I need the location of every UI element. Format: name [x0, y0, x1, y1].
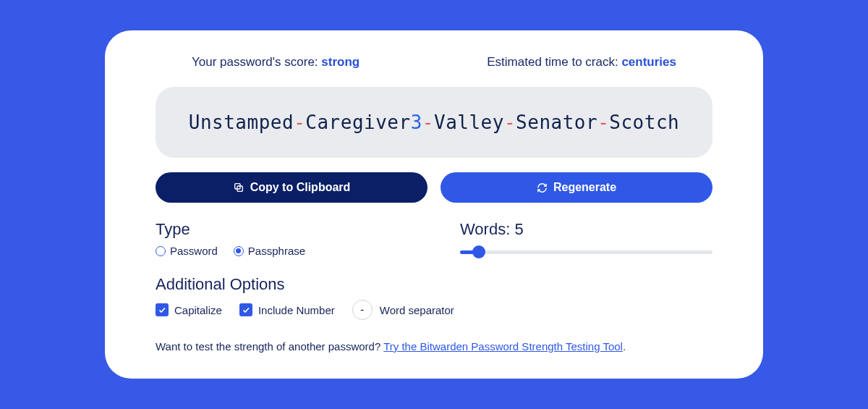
- score-row: Your password's score: strong Estimated …: [156, 55, 712, 87]
- words-section: Words: 5: [460, 220, 712, 259]
- additional-options: Additional Options Capitalize Include Nu…: [156, 275, 712, 320]
- regenerate-label: Regenerate: [553, 181, 616, 194]
- score-label: Your password's score:: [192, 55, 321, 69]
- crack-label: Estimated time to crack:: [487, 55, 621, 69]
- checkbox-checked-icon: [156, 303, 169, 316]
- additional-options-row: Capitalize Include Number Word separator: [156, 300, 712, 320]
- include-number-checkbox[interactable]: Include Number: [239, 303, 335, 316]
- crack-time: Estimated time to crack: centuries: [487, 55, 676, 69]
- passphrase-word: Caregiver: [305, 111, 410, 133]
- crack-value: centuries: [621, 55, 676, 69]
- radio-circle-checked-icon: [234, 246, 244, 256]
- words-value: 5: [514, 220, 523, 238]
- radio-passphrase[interactable]: Passphrase: [234, 245, 305, 257]
- action-buttons: Copy to Clipboard Regenerate: [156, 172, 712, 203]
- password-display: Unstamped-Caregiver3-Valley-Senator-Scot…: [156, 87, 712, 158]
- copy-icon: [233, 182, 244, 193]
- separator-input[interactable]: [352, 300, 373, 320]
- slider-track: [460, 250, 712, 254]
- separator-label: Word separator: [380, 304, 454, 316]
- password-score: Your password's score: strong: [192, 55, 359, 69]
- options-row: Type Password Passphrase Words: 5: [156, 220, 712, 259]
- radio-circle-icon: [156, 246, 166, 256]
- type-radio-group: Password Passphrase: [156, 245, 434, 257]
- passphrase-word: Scotch: [609, 111, 679, 133]
- passphrase-separator: -: [504, 111, 516, 133]
- type-section: Type Password Passphrase: [156, 220, 434, 259]
- copy-label: Copy to Clipboard: [250, 181, 351, 194]
- words-label: Words: 5: [460, 220, 712, 239]
- passphrase-separator: -: [597, 111, 609, 133]
- additional-title: Additional Options: [156, 275, 712, 294]
- type-title: Type: [156, 220, 434, 239]
- capitalize-label: Capitalize: [174, 304, 222, 316]
- separator-field: Word separator: [352, 300, 454, 320]
- radio-password-label: Password: [170, 245, 218, 257]
- passphrase-word: Unstamped: [189, 111, 294, 133]
- refresh-icon: [537, 182, 548, 193]
- capitalize-checkbox[interactable]: Capitalize: [156, 303, 222, 316]
- words-slider[interactable]: [460, 245, 712, 259]
- regenerate-button[interactable]: Regenerate: [441, 172, 712, 203]
- checkbox-checked-icon: [239, 303, 252, 316]
- slider-thumb-icon[interactable]: [472, 245, 485, 258]
- passphrase-number: 3: [411, 111, 422, 133]
- score-value: strong: [321, 55, 359, 69]
- include-number-label: Include Number: [258, 304, 335, 316]
- copy-button[interactable]: Copy to Clipboard: [156, 172, 427, 203]
- radio-passphrase-label: Passphrase: [248, 245, 305, 257]
- passphrase-word: Senator: [516, 111, 597, 133]
- password-generator-card: Your password's score: strong Estimated …: [105, 30, 763, 379]
- passphrase-word: Valley: [434, 111, 504, 133]
- passphrase-separator: -: [294, 111, 305, 133]
- passphrase-separator: -: [422, 111, 434, 133]
- footer-text: Want to test the strength of another pas…: [156, 340, 712, 353]
- radio-password[interactable]: Password: [156, 245, 218, 257]
- strength-tool-link[interactable]: Try the Bitwarden Password Strength Test…: [383, 340, 623, 353]
